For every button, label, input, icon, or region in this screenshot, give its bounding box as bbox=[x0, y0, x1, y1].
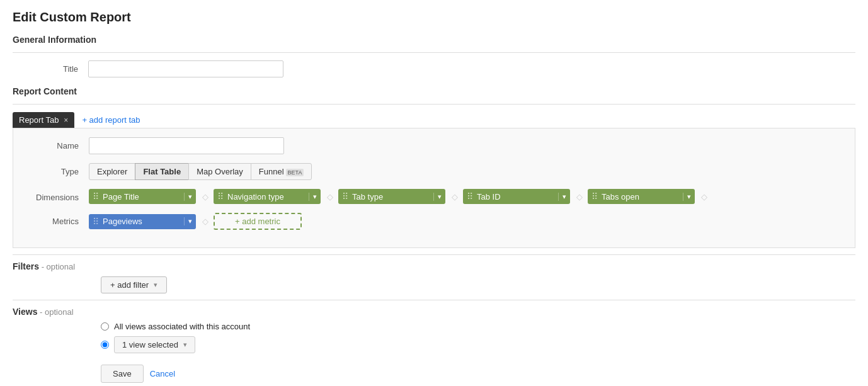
radio-selected-views-row: 1 view selected ▾ bbox=[101, 336, 855, 353]
cancel-button[interactable]: Cancel bbox=[150, 369, 175, 378]
dimension-label: Navigation type bbox=[227, 192, 309, 202]
filters-optional-label: - optional bbox=[42, 262, 75, 271]
filters-divider bbox=[13, 254, 855, 255]
metric-label: Pageviews bbox=[103, 217, 184, 226]
general-info-heading: General Information bbox=[13, 35, 855, 47]
radio-all-views-label[interactable]: All views associated with this account bbox=[114, 322, 250, 331]
page-title: Edit Custom Report bbox=[13, 10, 855, 25]
general-info-divider bbox=[13, 52, 855, 53]
type-label: Type bbox=[13, 163, 89, 176]
chevron-down-icon[interactable]: ▾ bbox=[433, 193, 445, 201]
chevron-down-filter-icon: ▾ bbox=[154, 281, 157, 289]
remove-dimension-icon[interactable]: ◇ bbox=[699, 192, 710, 202]
metrics-container: ⠿ Pageviews ▾ ◇ + add metric bbox=[89, 213, 302, 230]
views-heading: Views bbox=[13, 307, 37, 317]
name-label: Name bbox=[13, 137, 89, 150]
dimension-label: Tab type bbox=[352, 192, 433, 202]
report-tab-chip[interactable]: Report Tab × bbox=[13, 112, 74, 128]
add-metric-button[interactable]: + add metric bbox=[214, 213, 302, 230]
dimensions-label: Dimensions bbox=[13, 189, 89, 202]
metrics-label: Metrics bbox=[13, 213, 89, 226]
close-tab-icon[interactable]: × bbox=[64, 116, 68, 125]
drag-handle-icon: ⠿ bbox=[588, 191, 602, 202]
view-select-label: 1 view selected bbox=[122, 340, 178, 349]
views-optional-label: - optional bbox=[40, 307, 73, 317]
remove-dimension-icon[interactable]: ◇ bbox=[200, 192, 211, 202]
beta-badge: BETA bbox=[286, 169, 304, 176]
dimension-label: Tabs open bbox=[602, 192, 683, 202]
actions-row: Save Cancel bbox=[13, 365, 855, 383]
chevron-down-icon[interactable]: ▾ bbox=[683, 193, 695, 201]
radio-all-views-row: All views associated with this account bbox=[101, 322, 855, 331]
chevron-down-view-icon: ▾ bbox=[183, 341, 187, 349]
radio-all-views[interactable] bbox=[101, 322, 109, 331]
dimension-chip-page-title[interactable]: ⠿ Page Title ▾ bbox=[89, 189, 196, 204]
dimension-label: Page Title bbox=[103, 192, 184, 202]
remove-dimension-icon[interactable]: ◇ bbox=[324, 192, 336, 202]
type-btn-funnel[interactable]: FunnelBETA bbox=[251, 163, 312, 180]
view-select-button[interactable]: 1 view selected ▾ bbox=[114, 336, 195, 353]
tab-content: Name Report Tab Type Explorer Flat Table… bbox=[13, 128, 855, 248]
chevron-down-icon[interactable]: ▾ bbox=[558, 193, 570, 201]
tabs-row: Report Tab × + add report tab bbox=[13, 112, 855, 128]
dimensions-container: ⠿ Page Title ▾ ◇ ⠿ Navigation type ▾ ◇ ⠿… bbox=[89, 189, 710, 204]
add-filter-label: + add filter bbox=[110, 280, 149, 290]
report-content-heading: Report Content bbox=[13, 86, 855, 99]
type-btn-flat-table[interactable]: Flat Table bbox=[135, 163, 189, 180]
type-btn-explorer[interactable]: Explorer bbox=[89, 163, 135, 180]
radio-selected-views[interactable] bbox=[101, 341, 109, 349]
dimension-chip-navigation-type[interactable]: ⠿ Navigation type ▾ bbox=[214, 189, 321, 204]
remove-dimension-icon[interactable]: ◇ bbox=[574, 192, 585, 202]
metric-chip-pageviews[interactable]: ⠿ Pageviews ▾ bbox=[89, 214, 196, 229]
remove-dimension-icon[interactable]: ◇ bbox=[449, 192, 460, 202]
chevron-down-icon[interactable]: ▾ bbox=[184, 193, 196, 201]
drag-handle-icon: ⠿ bbox=[463, 191, 477, 202]
type-buttons-group: Explorer Flat Table Map Overlay FunnelBE… bbox=[89, 163, 311, 180]
remove-metric-icon[interactable]: ◇ bbox=[200, 217, 211, 226]
chevron-down-icon[interactable]: ▾ bbox=[309, 193, 321, 201]
add-report-tab-link[interactable]: + add report tab bbox=[82, 115, 140, 125]
drag-handle-icon: ⠿ bbox=[214, 191, 227, 202]
dimension-chip-tab-type[interactable]: ⠿ Tab type ▾ bbox=[338, 189, 445, 204]
filters-heading: Filters bbox=[13, 261, 39, 271]
title-input[interactable]: Browsing behavior bbox=[88, 60, 283, 77]
dimension-chip-tabs-open[interactable]: ⠿ Tabs open ▾ bbox=[588, 189, 695, 204]
tab-chip-label: Report Tab bbox=[19, 115, 59, 125]
drag-handle-icon: ⠿ bbox=[89, 191, 103, 202]
tab-name-input[interactable]: Report Tab bbox=[89, 137, 284, 154]
save-button[interactable]: Save bbox=[101, 365, 144, 383]
views-divider bbox=[13, 300, 855, 300]
report-content-divider bbox=[13, 104, 855, 105]
drag-handle-icon: ⠿ bbox=[338, 191, 352, 202]
dimension-chip-tab-id[interactable]: ⠿ Tab ID ▾ bbox=[463, 189, 570, 204]
drag-handle-icon: ⠿ bbox=[89, 217, 103, 227]
add-filter-button[interactable]: + add filter ▾ bbox=[101, 276, 167, 293]
type-btn-map-overlay[interactable]: Map Overlay bbox=[188, 163, 251, 180]
chevron-down-icon[interactable]: ▾ bbox=[184, 217, 196, 225]
dimension-label: Tab ID bbox=[477, 192, 558, 202]
title-label: Title bbox=[13, 60, 88, 74]
